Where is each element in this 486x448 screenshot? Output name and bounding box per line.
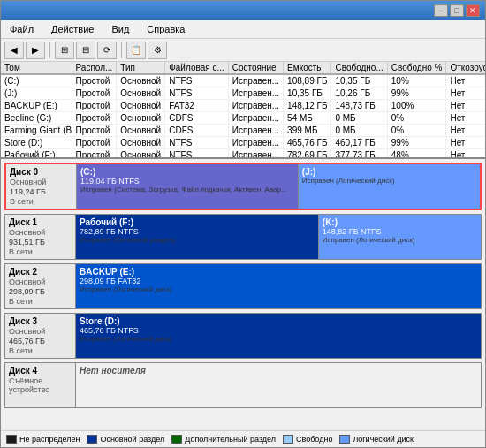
partition-size: 465,76 ГБ NTFS bbox=[80, 326, 477, 335]
legend-color-box bbox=[6, 435, 17, 444]
toolbar-btn-1[interactable]: ◀ bbox=[4, 42, 24, 59]
table-cell: 399 МБ bbox=[284, 125, 331, 137]
toolbar-btn-2[interactable]: ▶ bbox=[26, 42, 45, 59]
col-header: Распол... bbox=[72, 62, 117, 74]
legend-label: Не распределен bbox=[19, 435, 80, 444]
toolbar-separator-2 bbox=[121, 42, 122, 58]
partition-status: Исправен (Основной раздел) bbox=[80, 236, 315, 244]
partition-disk1-0[interactable]: Рабочий (F:) 782,89 ГБ NTFS Исправен (Ос… bbox=[76, 215, 319, 259]
disk-row-disk2[interactable]: Диск 2 Основной 298,09 ГБ В сети BACKUP … bbox=[4, 263, 482, 309]
table-cell: 148,12 ГБ bbox=[284, 100, 331, 112]
title-bar-buttons: – □ ✕ bbox=[434, 4, 480, 17]
table-cell: Простой bbox=[72, 125, 117, 137]
col-header: Файловая с... bbox=[165, 62, 229, 74]
disk-row-disk3[interactable]: Диск 3 Основной 465,76 ГБ В сети Store (… bbox=[4, 313, 482, 359]
table-cell: 0% bbox=[387, 112, 446, 125]
table-cell: Нет bbox=[446, 100, 485, 112]
legend-item: Основной раздел bbox=[87, 435, 164, 444]
legend-item: Логический диск bbox=[339, 435, 414, 444]
toolbar: ◀ ▶ ⊞ ⊟ ⟳ 📋 ⚙ bbox=[1, 39, 485, 62]
partition-size: 782,89 ГБ NTFS bbox=[80, 227, 315, 236]
table-cell: 10,35 ГБ bbox=[284, 87, 331, 100]
partition-status: Исправен (Система, Загрузка, Файл подкач… bbox=[80, 186, 294, 194]
close-button[interactable]: ✕ bbox=[466, 4, 480, 17]
table-cell: Нет bbox=[446, 112, 485, 125]
toolbar-btn-4[interactable]: ⊟ bbox=[76, 42, 95, 59]
table-cell: Основной bbox=[117, 149, 165, 160]
table-cell: Простой bbox=[72, 112, 117, 125]
disk-row-disk0[interactable]: Диск 0 Основной 119,24 ГБ В сети (C:) 11… bbox=[4, 163, 482, 210]
col-header: Свободно % bbox=[387, 62, 446, 74]
table-cell: Нет bbox=[446, 149, 485, 160]
table-cell: 0 МБ bbox=[331, 125, 387, 137]
disk-info-disk1: Диск 1 Основной 931,51 ГБ В сети bbox=[5, 215, 76, 259]
toolbar-btn-6[interactable]: 📋 bbox=[126, 42, 146, 59]
table-row[interactable]: Farming Giant (B:)ПростойОсновнойCDFSИсп… bbox=[1, 125, 485, 137]
disk-size: 119,24 ГБ bbox=[10, 187, 72, 196]
disk-name: Диск 0 bbox=[10, 167, 72, 177]
minimize-button[interactable]: – bbox=[434, 4, 448, 17]
disk-row-disk4[interactable]: Диск 4 Съёмное устройство Нет носителя bbox=[4, 362, 482, 408]
table-row[interactable]: Store (D:)ПростойОсновнойNTFSИсправен...… bbox=[1, 137, 485, 149]
partition-label: (C:) bbox=[80, 167, 294, 177]
partition-status: Исправен (Логический диск) bbox=[80, 335, 477, 343]
toolbar-btn-3[interactable]: ⊞ bbox=[55, 42, 74, 59]
table-cell: Основной bbox=[117, 125, 165, 137]
table-cell: 10,35 ГБ bbox=[331, 74, 387, 87]
partition-status: Исправен (Логический диск) bbox=[80, 285, 477, 293]
disk-row-disk1[interactable]: Диск 1 Основной 931,51 ГБ В сети Рабочий… bbox=[4, 214, 482, 260]
menu-item-действие[interactable]: Действие bbox=[46, 22, 99, 36]
table-cell: Farming Giant (B:) bbox=[1, 125, 72, 137]
table-cell: Нет bbox=[446, 87, 485, 100]
partition-disk1-1[interactable]: (K:) 148,82 ГБ NTFS Исправен (Логический… bbox=[319, 215, 481, 259]
disk-name: Диск 1 bbox=[9, 217, 72, 227]
col-header: Состояние bbox=[228, 62, 283, 74]
menu-item-справка[interactable]: Справка bbox=[141, 22, 190, 36]
disk-table-area[interactable]: ТомРаспол...ТипФайловая с...СостояниеЕмк… bbox=[1, 62, 485, 159]
table-row[interactable]: (C:)ПростойОсновнойNTFSИсправен...108,89… bbox=[1, 74, 485, 87]
legend-item: Не распределен bbox=[6, 435, 80, 444]
table-cell: Простой bbox=[72, 87, 117, 100]
table-cell: NTFS bbox=[165, 149, 229, 160]
disk-size: 298,09 ГБ bbox=[9, 287, 72, 296]
table-cell: 460,17 ГБ bbox=[331, 137, 387, 149]
disk-partitions-disk1: Рабочий (F:) 782,89 ГБ NTFS Исправен (Ос… bbox=[76, 215, 481, 259]
disk-map-area[interactable]: Диск 0 Основной 119,24 ГБ В сети (C:) 11… bbox=[1, 159, 485, 430]
table-row[interactable]: BACKUP (E:)ПростойОсновнойFAT32Исправен.… bbox=[1, 100, 485, 112]
table-cell: 99% bbox=[387, 137, 446, 149]
partition-disk4-0[interactable]: Нет носителя bbox=[76, 363, 481, 407]
table-cell: Основной bbox=[117, 137, 165, 149]
disk-partitions-disk2: BACKUP (E:) 298,09 ГБ FAT32 Исправен (Ло… bbox=[76, 264, 481, 308]
menu-item-вид[interactable]: Вид bbox=[106, 22, 134, 36]
legend-label: Основной раздел bbox=[100, 435, 164, 444]
table-cell: 10,26 ГБ bbox=[331, 87, 387, 100]
partition-disk0-1[interactable]: (J:) Исправен (Логический диск) bbox=[299, 164, 480, 209]
disk-net: В сети bbox=[10, 197, 72, 206]
table-cell: Исправен... bbox=[228, 112, 283, 125]
table-cell: 782,69 ГБ bbox=[284, 149, 331, 160]
toolbar-btn-5[interactable]: ⟳ bbox=[97, 42, 117, 59]
disk-type: Основной bbox=[9, 228, 72, 237]
table-cell: Простой bbox=[72, 100, 117, 112]
partition-disk3-0[interactable]: Store (D:) 465,76 ГБ NTFS Исправен (Логи… bbox=[76, 314, 481, 358]
maximize-button[interactable]: □ bbox=[450, 4, 464, 17]
menu-item-файл[interactable]: Файл bbox=[4, 22, 39, 36]
table-cell: 148,73 ГБ bbox=[331, 100, 387, 112]
col-header: Емкость bbox=[284, 62, 331, 74]
legend-label: Дополнительный раздел bbox=[185, 435, 276, 444]
table-row[interactable]: (J:)ПростойОсновнойNTFSИсправен...10,35 … bbox=[1, 87, 485, 100]
table-cell: FAT32 bbox=[165, 100, 229, 112]
partition-disk0-0[interactable]: (C:) 119,04 ГБ NTFS Исправен (Система, З… bbox=[77, 164, 299, 209]
toolbar-btn-7[interactable]: ⚙ bbox=[148, 42, 167, 59]
table-cell: 377,73 ГБ bbox=[331, 149, 387, 160]
legend-label: Логический диск bbox=[353, 435, 414, 444]
table-cell: Beeline (G:) bbox=[1, 112, 72, 125]
table-row[interactable]: Рабочий (F:)ПростойОсновнойNTFSИсправен.… bbox=[1, 149, 485, 160]
table-cell: 99% bbox=[387, 87, 446, 100]
table-cell: 10% bbox=[387, 74, 446, 87]
partition-disk2-0[interactable]: BACKUP (E:) 298,09 ГБ FAT32 Исправен (Ло… bbox=[76, 264, 481, 308]
col-header: Откозоустойчи... bbox=[446, 62, 485, 74]
table-row[interactable]: Beeline (G:)ПростойОсновнойCDFSИсправен.… bbox=[1, 112, 485, 125]
col-header: Том bbox=[1, 62, 72, 74]
disk-net: В сети bbox=[9, 346, 72, 355]
